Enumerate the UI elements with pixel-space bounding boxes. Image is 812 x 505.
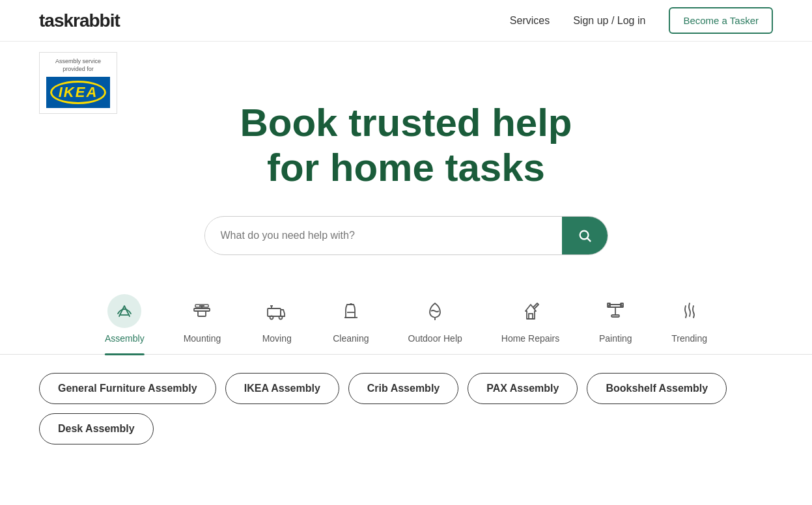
mounting-icon — [191, 301, 212, 321]
moving-label: Moving — [262, 333, 292, 344]
pill-ikea-assembly[interactable]: IKEA Assembly — [225, 373, 339, 404]
painting-label: Painting — [599, 333, 632, 344]
outdoor-icon — [425, 301, 445, 321]
pill-crib-assembly[interactable]: Crib Assembly — [348, 373, 458, 404]
svg-point-0 — [580, 231, 588, 239]
services-link[interactable]: Services — [510, 15, 550, 27]
header: taskrabbit Services Sign up / Log in Bec… — [0, 0, 812, 42]
search-icon — [578, 228, 592, 243]
become-tasker-button[interactable]: Become a Tasker — [669, 7, 773, 34]
ikea-logo-box: IKEA — [46, 77, 110, 108]
category-item-assembly[interactable]: Assembly — [85, 288, 164, 354]
svg-rect-8 — [268, 308, 281, 316]
painting-icon — [605, 301, 626, 321]
outdoor-label: Outdoor Help — [408, 333, 462, 344]
category-item-painting[interactable]: Painting — [579, 288, 652, 354]
category-item-trending[interactable]: Trending — [652, 288, 727, 354]
search-input[interactable] — [205, 218, 562, 253]
pill-general-furniture[interactable]: General Furniture Assembly — [39, 373, 216, 404]
trending-icon — [679, 301, 700, 321]
cleaning-label: Cleaning — [333, 333, 369, 344]
hero-title: Book trusted help for home tasks — [240, 100, 572, 190]
svg-rect-19 — [611, 315, 619, 317]
cleaning-icon — [341, 301, 361, 321]
category-item-mounting[interactable]: Mounting — [164, 288, 241, 354]
auth-link[interactable]: Sign up / Log in — [573, 15, 645, 27]
svg-rect-16 — [529, 314, 533, 319]
trending-label: Trending — [671, 333, 707, 344]
pill-pax-assembly[interactable]: PAX Assembly — [468, 373, 578, 404]
assembly-label: Assembly — [105, 333, 145, 344]
category-item-home-repairs[interactable]: Home Repairs — [482, 288, 579, 354]
svg-rect-17 — [609, 305, 622, 307]
svg-point-9 — [270, 316, 273, 320]
svg-point-10 — [279, 316, 283, 320]
mounting-label: Mounting — [184, 333, 221, 344]
svg-rect-4 — [198, 311, 206, 316]
subcategory-row: General Furniture Assembly IKEA Assembly… — [0, 355, 812, 463]
ikea-badge-text: Assembly service provided for — [46, 58, 110, 73]
main-content: Book trusted help for home tasks Assembl — [0, 42, 812, 463]
hero-section: Book trusted help for home tasks — [240, 100, 572, 190]
search-button[interactable] — [562, 217, 608, 254]
ikea-logo-text: IKEA — [59, 84, 98, 100]
assembly-icon — [114, 301, 135, 321]
search-bar — [204, 216, 608, 255]
category-item-outdoor[interactable]: Outdoor Help — [389, 288, 482, 354]
home-repairs-icon — [520, 301, 541, 321]
logo[interactable]: taskrabbit — [39, 10, 120, 31]
category-item-cleaning[interactable]: Cleaning — [313, 288, 388, 354]
pill-desk-assembly[interactable]: Desk Assembly — [39, 413, 154, 444]
moving-icon — [266, 301, 287, 321]
main-nav: Services Sign up / Log in Become a Taske… — [510, 7, 773, 34]
category-nav: Assembly Mounting — [0, 288, 812, 355]
pill-bookshelf-assembly[interactable]: Bookshelf Assembly — [587, 373, 727, 404]
ikea-badge: Assembly service provided for IKEA — [39, 52, 117, 114]
home-repairs-label: Home Repairs — [501, 333, 559, 344]
svg-line-1 — [587, 238, 591, 241]
category-item-moving[interactable]: Moving — [240, 288, 313, 354]
